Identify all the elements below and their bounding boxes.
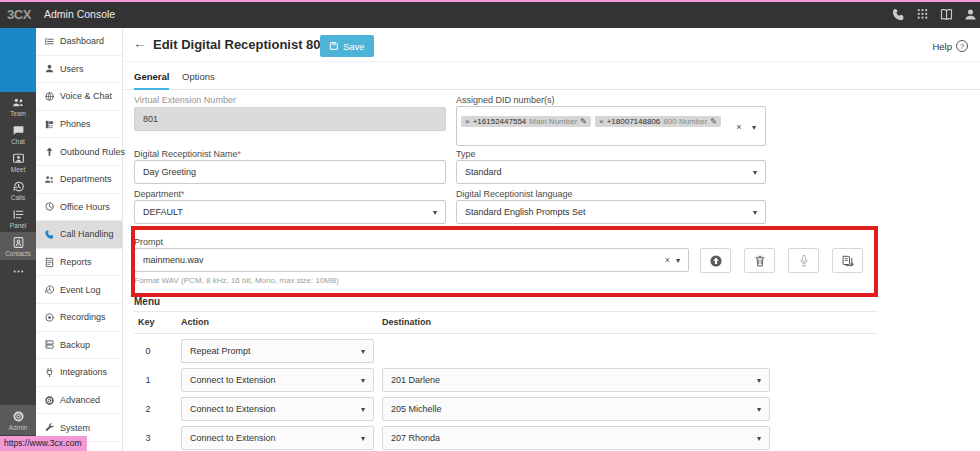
menu-action-select[interactable]: Connect to Extension▾ [181, 397, 374, 421]
menu-section-title: Menu [134, 296, 160, 307]
chip-number: +18007148806 [607, 117, 661, 126]
rail-item-more[interactable] [0, 260, 36, 282]
sidebar-item-users[interactable]: Users [36, 56, 122, 84]
globe-icon [44, 91, 55, 102]
prompt-format-hint: Format WAV (PCM, 8 kHz, 16 bit, Mono, ma… [134, 276, 339, 285]
calls-icon [12, 180, 25, 193]
app-title: Admin Console [44, 0, 115, 28]
rail-item-contacts[interactable]: Contacts [0, 232, 36, 260]
tab-bar: GeneralOptions [124, 68, 980, 90]
rail-item-label: Panel [10, 222, 27, 229]
trash-icon [753, 254, 767, 268]
status-url-tooltip: https://www.3cx.com [0, 436, 87, 451]
annotation-pink-line [0, 0, 980, 2]
did-chip[interactable]: ×+18007148806800 Number✎ [595, 116, 721, 127]
floppy-icon [329, 41, 339, 51]
caret-down-icon: ▾ [757, 434, 761, 443]
sidebar-nav: DashboardUsersVoice & ChatPhonesOutbound… [36, 28, 123, 451]
type-select[interactable]: Standard ▾ [456, 160, 766, 184]
menu-action-select[interactable]: Connect to Extension▾ [181, 368, 374, 392]
sidebar-item-call-handling[interactable]: Call Handling [36, 221, 122, 249]
icon-rail: TeamChatMeetCallsPanelContacts Admin [0, 28, 36, 451]
copy-prompt-button[interactable] [832, 248, 863, 273]
menu-destination-select[interactable]: 207 Rhonda▾ [382, 426, 770, 450]
dialpad-icon[interactable] [915, 7, 930, 22]
help-button[interactable]: Help ? [932, 40, 968, 52]
tab-general[interactable]: General [134, 71, 169, 90]
sidebar-item-departments[interactable]: Departments [36, 166, 122, 194]
virtual-ext-label: Virtual Extension Number [134, 95, 236, 105]
plug-icon [44, 367, 55, 378]
chip-label: 800 Number [663, 117, 707, 126]
sidebar-item-voice-chat[interactable]: Voice & Chat [36, 83, 122, 111]
rail-item-panel[interactable]: Panel [0, 204, 36, 232]
receptionist-name-input[interactable] [134, 160, 446, 184]
profile-icon[interactable] [963, 7, 978, 22]
did-chip[interactable]: ×+16152447554Main Number✎ [461, 116, 591, 127]
menu-key: 1 [138, 375, 158, 385]
upload-button[interactable] [700, 248, 731, 273]
rail-blue-block [0, 28, 36, 92]
chip-edit-pencil-icon[interactable]: ✎ [580, 117, 587, 126]
people-icon [44, 174, 55, 185]
menu-destination-select[interactable]: 205 Michelle▾ [382, 397, 770, 421]
rail-item-team[interactable]: Team [0, 92, 36, 120]
user-icon [44, 63, 55, 74]
sidebar-item-label: Voice & Chat [60, 91, 112, 101]
sidebar-item-label: Advanced [60, 395, 100, 405]
sidebar-item-dashboard[interactable]: Dashboard [36, 28, 122, 56]
chip-edit-pencil-icon[interactable]: ✎ [710, 117, 717, 126]
save-button[interactable]: Save [320, 35, 374, 57]
rail-item-chat[interactable]: Chat [0, 120, 36, 148]
sidebar-item-phones[interactable]: Phones [36, 111, 122, 139]
did-caret-icon[interactable]: ▾ [752, 123, 756, 132]
did-label: Assigned DID number(s) [456, 95, 555, 105]
prompt-clear-icon[interactable]: × [659, 255, 676, 265]
rail-item-admin[interactable]: Admin [0, 405, 36, 435]
chip-remove-icon[interactable]: × [465, 117, 470, 126]
address-book-icon[interactable] [939, 7, 954, 22]
sidebar-item-event-log[interactable]: Event Log [36, 276, 122, 304]
record-button[interactable] [788, 248, 819, 273]
sidebar-item-office-hours[interactable]: Office Hours [36, 194, 122, 222]
department-select[interactable]: DEFAULT ▾ [134, 200, 446, 224]
prompt-caret-icon[interactable]: ▾ [676, 256, 680, 265]
sidebar-item-backup[interactable]: Backup [36, 332, 122, 360]
chip-label: Main Number [529, 117, 577, 126]
sidebar-item-reports[interactable]: Reports [36, 249, 122, 277]
caret-down-icon: ▾ [757, 376, 761, 385]
column-header-destination: Destination [382, 317, 431, 327]
meet-icon [12, 152, 25, 165]
did-field[interactable]: ×+16152447554Main Number✎×+1800714880680… [456, 106, 766, 146]
language-select[interactable]: Standard English Prompts Set ▾ [456, 200, 766, 224]
sidebar-item-label: Event Log [60, 285, 101, 295]
sidebar-item-label: Phones [60, 119, 91, 129]
tab-options[interactable]: Options [182, 71, 215, 88]
sidebar-item-advanced[interactable]: Advanced [36, 387, 122, 415]
did-clear-icon[interactable]: × [736, 122, 741, 132]
phone-handset-icon[interactable] [891, 7, 906, 22]
deskphone-icon [44, 119, 55, 130]
panel-icon [12, 208, 25, 221]
menu-destination-select[interactable]: 201 Darlene▾ [382, 368, 770, 392]
sidebar-item-recordings[interactable]: Recordings [36, 304, 122, 332]
back-arrow-icon[interactable]: ← [133, 35, 147, 51]
prompt-label: Prompt [134, 237, 163, 247]
topbar-icons [891, 0, 978, 28]
mic-icon [797, 254, 811, 268]
delete-button[interactable] [744, 248, 775, 273]
sidebar-item-outbound-rules[interactable]: Outbound Rules [36, 138, 122, 166]
chip-remove-icon[interactable]: × [599, 117, 604, 126]
contacts-icon [12, 236, 25, 249]
report-icon [44, 257, 55, 268]
gear-icon [12, 410, 25, 423]
menu-action-select[interactable]: Connect to Extension▾ [181, 426, 374, 450]
caret-down-icon: ▾ [757, 405, 761, 414]
prompt-select[interactable]: mainmenu.wav × ▾ [134, 248, 689, 272]
rail-item-meet[interactable]: Meet [0, 148, 36, 176]
sidebar-item-integrations[interactable]: Integrations [36, 359, 122, 387]
menu-action-select[interactable]: Repeat Prompt▾ [181, 339, 374, 363]
caret-down-icon: ▾ [361, 434, 365, 443]
sidebar-item-label: Office Hours [60, 202, 110, 212]
rail-item-calls[interactable]: Calls [0, 176, 36, 204]
